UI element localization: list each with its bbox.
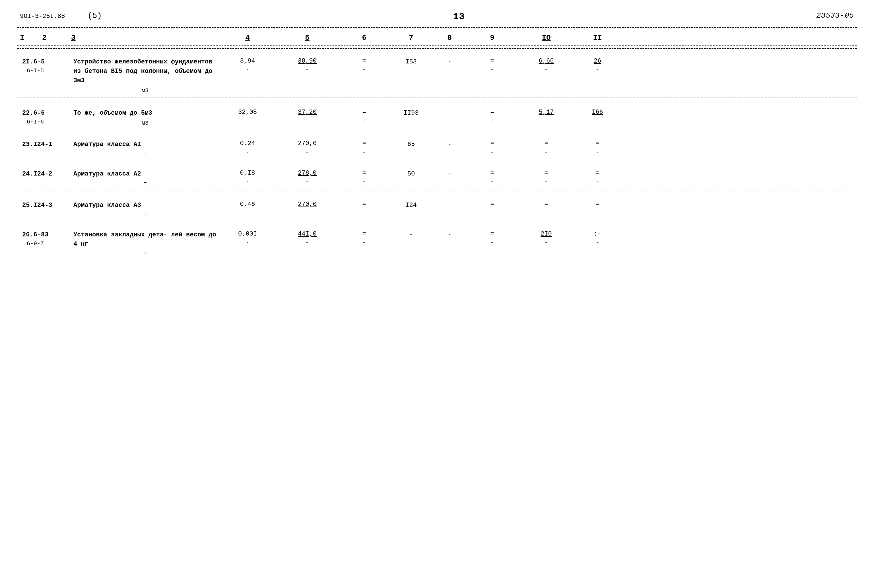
row2-col4: 32,08 - xyxy=(219,108,276,125)
table-row: 23.I24-I Арматура класса AI т 0,24 - 270… xyxy=(17,135,857,161)
row5-col5: 270,0 - xyxy=(276,201,339,218)
row1-col6: = - xyxy=(339,57,390,74)
header-left: 9OI-3-25I.88 (5) xyxy=(20,11,102,20)
row6-col9: = - xyxy=(466,230,518,247)
col-header-3: 3 xyxy=(71,34,219,42)
row4-col8: - xyxy=(432,169,466,178)
table-body: 2I.6-5 6-I-5 Устройство железобетонных ф… xyxy=(17,52,857,261)
row6-col8: - xyxy=(432,230,466,240)
row4-col10: = - xyxy=(518,169,575,186)
row2-code: 22.6-6 6-I-6 xyxy=(20,108,71,126)
col-header-9: 9 xyxy=(466,34,518,42)
table-row: 2I.6-5 6-I-5 Устройство железобетонных ф… xyxy=(17,52,857,98)
row5-col9: = - xyxy=(466,201,518,218)
doc-paren: (5) xyxy=(88,11,102,20)
row6-code: 26.6-83 6-9-7 xyxy=(20,230,71,248)
row6-col11: :- - xyxy=(575,230,620,247)
page-header: 9OI-3-25I.88 (5) 13 23533-05 xyxy=(17,11,857,22)
row5-col7: I24 xyxy=(390,201,432,210)
row5-col8: - xyxy=(432,201,466,210)
col-header-11: II xyxy=(575,34,620,42)
row6-col5: 44I,0 - xyxy=(276,230,339,247)
row4-col9: = - xyxy=(466,169,518,186)
table-row: 25.I24-3 Арматура класса А3 т 0,46 - 270… xyxy=(17,195,857,222)
row5-col6: = - xyxy=(339,201,390,218)
row3-col9: = - xyxy=(466,140,518,156)
row1-col7: I53 xyxy=(390,57,432,67)
col-header-4: 4 xyxy=(219,34,276,42)
row3-code: 23.I24-I xyxy=(20,140,71,149)
col-header-6: 6 xyxy=(339,34,390,42)
row6-col10: 2I0 - xyxy=(518,230,575,247)
row6-desc: Установка закладных дета- лей весом до 4… xyxy=(71,230,219,259)
row5-col11: = - xyxy=(575,201,620,218)
row5-col10: = - xyxy=(518,201,575,218)
row3-col8: - xyxy=(432,140,466,149)
row3-col6: = - xyxy=(339,140,390,156)
row2-col8: - xyxy=(432,108,466,118)
row2-col7: II93 xyxy=(390,108,432,118)
doc-number: 9OI-3-25I.88 xyxy=(20,13,65,20)
col-header-7: 7 xyxy=(390,34,432,42)
row4-col11: = - xyxy=(575,169,620,186)
row6-col7: - xyxy=(390,230,432,240)
row2-desc: То же, объемом до 5м3 м3 xyxy=(71,108,219,128)
col-header-10: IO xyxy=(518,34,575,42)
row3-desc: Арматура класса AI т xyxy=(71,140,219,159)
row1-col10: 6,66 - xyxy=(518,57,575,74)
row2-col10: 5,17 - xyxy=(518,108,575,125)
row4-code: 24.I24-2 xyxy=(20,169,71,178)
header-dashed-line xyxy=(17,48,857,49)
row3-col10: = - xyxy=(518,140,575,156)
row6-col6: = - xyxy=(339,230,390,247)
col-header-1: I 2 xyxy=(20,34,71,42)
col-header-8: 8 xyxy=(432,34,466,42)
row1-col4: 3,94 - xyxy=(219,57,276,74)
col-header-5: 5 xyxy=(276,34,339,42)
top-dashed-line xyxy=(17,27,857,28)
row1-col8: - xyxy=(432,57,466,67)
table-row: 24.I24-2 Арматура класса А2 т 0,I8 - 278… xyxy=(17,164,857,191)
header-center: 13 xyxy=(453,11,465,22)
row1-col5: 38,90 - xyxy=(276,57,339,74)
row4-desc: Арматура класса А2 т xyxy=(71,169,219,188)
header-right: 23533-05 xyxy=(816,11,854,20)
table-row: 26.6-83 6-9-7 Установка закладных дета- … xyxy=(17,225,857,261)
row2-col11: I66 - xyxy=(575,108,620,125)
column-headers: I 2 3 4 5 6 7 8 9 IO II xyxy=(17,31,857,45)
row4-col7: 50 xyxy=(390,169,432,178)
row3-col7: 65 xyxy=(390,140,432,149)
row3-col5: 270,0 - xyxy=(276,140,339,156)
row1-col9: = - xyxy=(466,57,518,74)
row5-col4: 0,46 - xyxy=(219,201,276,218)
row3-col11: = - xyxy=(575,140,620,156)
row4-col6: = - xyxy=(339,169,390,186)
row1-code: 2I.6-5 6-I-5 xyxy=(20,57,71,75)
row4-col4: 0,I8 - xyxy=(219,169,276,186)
row6-col4: 0,00I - xyxy=(219,230,276,247)
row1-desc: Устройство железобетонных фундаментов из… xyxy=(71,57,219,95)
row2-col6: = - xyxy=(339,108,390,125)
row2-col9: = - xyxy=(466,108,518,125)
row5-desc: Арматура класса А3 т xyxy=(71,201,219,220)
row5-code: 25.I24-3 xyxy=(20,201,71,210)
row1-col11: 26 - xyxy=(575,57,620,74)
table-row: 22.6-6 6-I-6 То же, объемом до 5м3 м3 32… xyxy=(17,103,857,130)
row2-col5: 37,20 - xyxy=(276,108,339,125)
row4-col5: 278,0 - xyxy=(276,169,339,186)
row3-col4: 0,24 - xyxy=(219,140,276,156)
